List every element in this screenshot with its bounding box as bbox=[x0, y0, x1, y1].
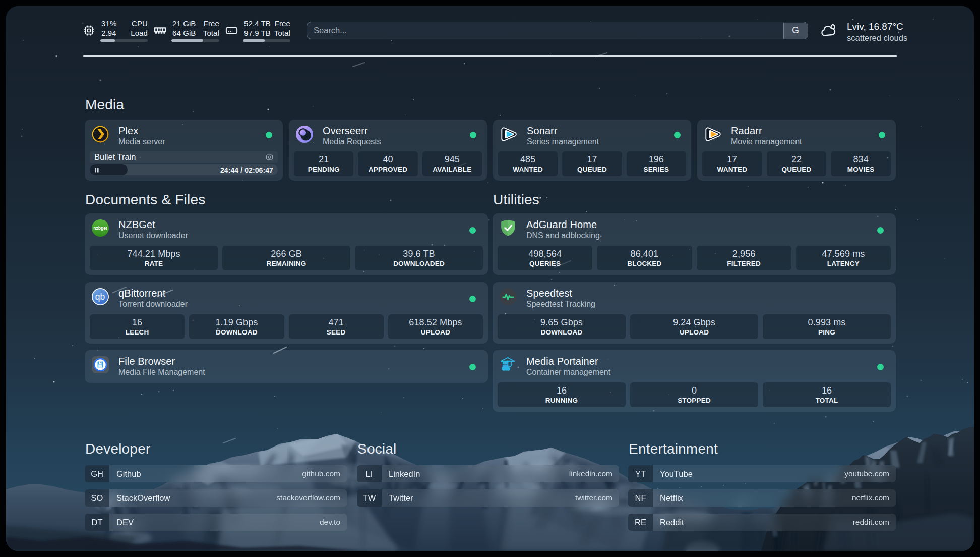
svg-text:qb: qb bbox=[95, 292, 105, 302]
resource-label-1: CPU bbox=[131, 19, 148, 29]
stat-label: RATE bbox=[145, 259, 163, 268]
service-subtitle: Movie management bbox=[731, 137, 802, 146]
service-card-overseerr[interactable]: Overseerr Media Requests 21PENDING 40APP… bbox=[289, 120, 487, 181]
stat-block: 618.52 MbpsUPLOAD bbox=[388, 314, 483, 339]
resource-label-2: Total bbox=[274, 29, 290, 38]
resource-usage-bar bbox=[100, 39, 148, 42]
service-name-block: AdGuard Home DNS and adblocking bbox=[526, 219, 600, 240]
camera-icon bbox=[266, 153, 273, 161]
stat-block: 22QUEUED bbox=[767, 151, 827, 176]
stat-block: 17WANTED bbox=[702, 151, 762, 176]
service-subtitle: Media server bbox=[118, 137, 165, 146]
stat-block: 1.19 GbpsDOWNLOAD bbox=[189, 314, 284, 339]
stat-label: LATENCY bbox=[827, 259, 860, 268]
bookmark-url: netflix.com bbox=[852, 493, 889, 503]
stat-value: 834 bbox=[853, 154, 869, 165]
resource-widget-dsk: 52.4 TB97.9 TB FreeTotal bbox=[225, 19, 290, 43]
service-header: Overseerr Media Requests bbox=[295, 125, 457, 146]
service-card-media-portainer[interactable]: Media Portainer Container management 16R… bbox=[493, 350, 896, 412]
resource-labels-column: FreeTotal bbox=[274, 19, 290, 38]
bookmark-group: YTYouTubeyoutube.com NFNetflixnetflix.co… bbox=[628, 465, 896, 538]
service-card-speedtest[interactable]: Speedtest Speedtest Tracking 9.65 GbpsDO… bbox=[493, 282, 896, 344]
service-subtitle: Media File Management bbox=[118, 367, 205, 377]
weather-widget[interactable]: Lviv, 16.87°C scattered clouds bbox=[820, 21, 907, 43]
bookmark-url: reddit.com bbox=[853, 518, 889, 527]
service-stats: 21PENDING 40APPROVED 945AVAILABLE bbox=[294, 151, 482, 176]
service-stats: 498,564QUERIES 86,401BLOCKED 2,956FILTER… bbox=[498, 246, 891, 270]
bookmark-netflix[interactable]: NFNetflixnetflix.com bbox=[628, 489, 896, 507]
stat-label: WANTED bbox=[513, 165, 543, 174]
service-name-block: NZBGet Usenet downloader bbox=[118, 219, 188, 240]
stat-value: 17 bbox=[727, 154, 737, 165]
status-online-dot bbox=[879, 132, 885, 138]
bookmark-twitter[interactable]: TWTwittertwitter.com bbox=[357, 489, 619, 507]
service-header: AdGuard Home DNS and adblocking bbox=[499, 219, 866, 240]
service-stats: 17WANTED 22QUEUED 834MOVIES bbox=[702, 151, 891, 176]
resource-label-1: Free bbox=[274, 19, 290, 29]
stat-value: 9.65 Gbps bbox=[540, 317, 583, 328]
bookmark-group-title: Social bbox=[357, 440, 396, 458]
service-name-block: Overseerr Media Requests bbox=[323, 125, 381, 146]
resource-usage-bar bbox=[243, 39, 290, 42]
service-name-block: Plex Media server bbox=[118, 125, 165, 146]
service-title: Radarr bbox=[731, 125, 802, 137]
service-name-block: Radarr Movie management bbox=[731, 125, 802, 146]
search-provider-button[interactable]: G bbox=[783, 23, 808, 39]
bookmark-url: twitter.com bbox=[575, 493, 612, 503]
service-title: Media Portainer bbox=[526, 356, 610, 367]
service-card-file-browser[interactable]: File Browser Media File Management bbox=[85, 350, 488, 383]
service-card-nzbget[interactable]: nzbget NZBGet Usenet downloader 744.21 M… bbox=[85, 213, 488, 275]
status-online-dot bbox=[266, 132, 272, 138]
bookmark-url: stackoverflow.com bbox=[276, 493, 340, 503]
service-subtitle: DNS and adblocking bbox=[526, 231, 600, 240]
stat-value: 2,956 bbox=[732, 248, 756, 259]
service-header: nzbget NZBGet Usenet downloader bbox=[91, 219, 458, 240]
resource-values-column: 52.4 TB97.9 TB bbox=[244, 19, 271, 38]
service-subtitle: Usenet downloader bbox=[118, 231, 188, 240]
bookmark-abbr: DT bbox=[85, 514, 109, 531]
stat-block: 744.21 MbpsRATE bbox=[90, 246, 218, 270]
service-stats: 16LEECH 1.19 GbpsDOWNLOAD 471SEED 618.52… bbox=[90, 314, 483, 339]
bookmark-github[interactable]: GHGithubgithub.com bbox=[85, 465, 347, 482]
bookmark-linkedin[interactable]: LILinkedInlinkedin.com bbox=[357, 465, 619, 482]
stat-value: 0.993 ms bbox=[808, 317, 846, 328]
svg-text:nzbget: nzbget bbox=[93, 226, 107, 231]
bookmark-abbr: SO bbox=[85, 489, 109, 507]
service-subtitle: Torrent downloader bbox=[118, 299, 188, 309]
resource-value-2: 64 GiB bbox=[172, 29, 196, 38]
service-card-sonarr[interactable]: Sonarr Series management 485WANTED 17QUE… bbox=[493, 120, 691, 181]
status-online-dot bbox=[877, 227, 884, 234]
status-online-dot bbox=[877, 364, 884, 370]
service-header: Media Portainer Container management bbox=[499, 356, 866, 377]
status-online-dot bbox=[469, 364, 476, 370]
bookmark-dev[interactable]: DTDEVdev.to bbox=[85, 514, 347, 531]
weather-condition: scattered clouds bbox=[847, 33, 907, 43]
service-card-plex[interactable]: Plex Media server Bullet Train 24:44 / 0… bbox=[85, 120, 283, 181]
resource-usage-fill bbox=[100, 39, 115, 42]
resource-label-2: Load bbox=[131, 29, 148, 38]
weather-location: Lviv, 16.87°C bbox=[847, 21, 907, 32]
cloud-sun-icon bbox=[820, 22, 836, 38]
resource-value-2: 97.9 TB bbox=[244, 29, 271, 38]
service-subtitle: Speedtest Tracking bbox=[526, 299, 595, 309]
search-input[interactable] bbox=[307, 22, 808, 39]
bookmark-youtube[interactable]: YTYouTubeyoutube.com bbox=[628, 465, 896, 482]
service-card-qbittorrent[interactable]: qb qBittorrent Torrent downloader 16LEEC… bbox=[85, 282, 488, 344]
stat-label: SEED bbox=[327, 328, 346, 337]
plex-icon bbox=[91, 125, 109, 143]
stat-label: AVAILABLE bbox=[433, 165, 471, 174]
service-card-radarr[interactable]: Radarr Movie management 17WANTED 22QUEUE… bbox=[697, 120, 896, 181]
stat-value: 17 bbox=[587, 154, 597, 165]
bookmark-reddit[interactable]: RERedditreddit.com bbox=[628, 514, 896, 531]
search-form: G bbox=[307, 22, 808, 39]
service-header: Sonarr Series management bbox=[500, 125, 661, 146]
bookmark-name: Twitter bbox=[389, 493, 413, 503]
bookmark-stackoverflow[interactable]: SOStackOverflowstackoverflow.com bbox=[85, 489, 347, 507]
service-header: Speedtest Speedtest Tracking bbox=[499, 288, 866, 309]
stat-label: PENDING bbox=[308, 165, 340, 174]
now-playing-row[interactable]: Bullet Train bbox=[90, 151, 278, 163]
nzbget-icon: nzbget bbox=[91, 219, 109, 237]
service-card-adguard-home[interactable]: AdGuard Home DNS and adblocking 498,564Q… bbox=[493, 213, 896, 275]
bookmark-url: linkedin.com bbox=[569, 469, 612, 478]
resource-value-1: 52.4 TB bbox=[244, 19, 271, 29]
